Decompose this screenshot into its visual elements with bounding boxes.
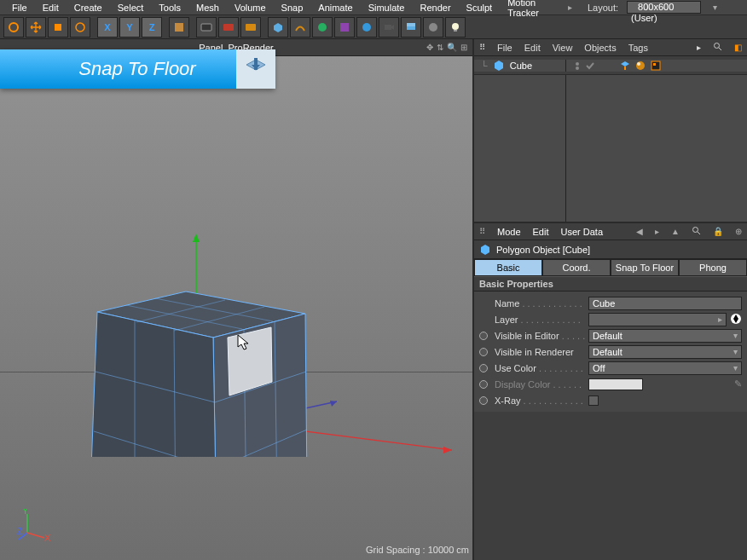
tool-rotate[interactable] bbox=[70, 17, 90, 38]
tool-primitive[interactable] bbox=[268, 17, 288, 38]
tool-axis-x[interactable]: X bbox=[97, 17, 118, 38]
svg-rect-5 bbox=[175, 23, 183, 32]
obj-menu-objects[interactable]: Objects bbox=[584, 43, 616, 53]
tooltip-label: Snap To Floor bbox=[78, 58, 195, 80]
object-tree-item-cube[interactable]: └ Cube bbox=[474, 60, 566, 72]
svg-rect-13 bbox=[407, 26, 415, 30]
svg-rect-12 bbox=[385, 25, 391, 30]
prop-xray-checkbox[interactable] bbox=[588, 395, 599, 406]
obj-filter-icon[interactable]: ◧ bbox=[734, 43, 742, 52]
menu-sculpt[interactable]: Sculpt bbox=[460, 1, 500, 14]
search-icon[interactable] bbox=[728, 2, 742, 14]
menu-render[interactable]: Render bbox=[413, 1, 457, 14]
layout-dropdown[interactable]: 800x600 (User) bbox=[627, 1, 701, 14]
view-nav-icon-4[interactable]: ⊞ bbox=[460, 43, 467, 52]
menu-motion-tracker[interactable]: Motion Tracker bbox=[501, 0, 558, 20]
menu-snap[interactable]: Snap bbox=[275, 1, 310, 14]
tool-spline[interactable] bbox=[290, 17, 310, 38]
obj-menu-tags[interactable]: Tags bbox=[628, 43, 648, 53]
attr-menu-userdata[interactable]: User Data bbox=[561, 227, 604, 237]
view-nav-icon-1[interactable]: ✥ bbox=[426, 43, 433, 52]
prop-use-color-radio[interactable] bbox=[479, 364, 488, 372]
tool-camera[interactable] bbox=[379, 17, 399, 38]
menu-simulate[interactable]: Simulate bbox=[362, 1, 412, 14]
attr-menu-mode[interactable]: Mode bbox=[497, 227, 521, 237]
svg-rect-6 bbox=[201, 24, 211, 31]
prop-vis-editor-dropdown[interactable]: Default▾ bbox=[588, 329, 742, 343]
prop-name-input[interactable] bbox=[588, 297, 742, 310]
tool-scale[interactable] bbox=[48, 17, 68, 38]
obj-menu-view[interactable]: View bbox=[553, 43, 573, 53]
prop-vis-render-dropdown[interactable]: Default▾ bbox=[588, 345, 742, 359]
visibility-dot-icon[interactable] bbox=[573, 61, 582, 70]
menu-animate[interactable]: Animate bbox=[311, 1, 359, 14]
tool-bulb[interactable] bbox=[445, 17, 466, 38]
prop-xray-radio[interactable] bbox=[479, 396, 488, 405]
menu-file[interactable]: File bbox=[5, 1, 34, 14]
obj-panel-grip-icon[interactable]: ⠿ bbox=[479, 43, 485, 52]
svg-point-47 bbox=[715, 43, 720, 49]
prop-vis-render-label: Visible in Renderer bbox=[495, 347, 585, 357]
svg-rect-17 bbox=[454, 30, 457, 32]
snap-tag-icon[interactable] bbox=[619, 60, 631, 72]
svg-rect-7 bbox=[223, 24, 234, 31]
view-nav-icon-2[interactable]: ⇅ bbox=[437, 43, 443, 52]
tool-environment[interactable] bbox=[356, 17, 377, 38]
prop-layer-label: Layer bbox=[495, 315, 585, 325]
menu-create[interactable]: Create bbox=[67, 1, 109, 14]
cube-object[interactable] bbox=[51, 167, 341, 457]
attr-lock-icon[interactable]: 🔒 bbox=[713, 227, 723, 236]
attr-menu-edit[interactable]: Edit bbox=[533, 227, 549, 237]
tab-basic[interactable]: Basic bbox=[474, 259, 542, 276]
tool-axis-y[interactable]: Y bbox=[119, 17, 140, 38]
check-icon[interactable] bbox=[585, 61, 595, 71]
svg-line-56 bbox=[698, 232, 700, 234]
attr-nav-fwd-icon[interactable]: ▸ bbox=[655, 227, 659, 236]
tool-light[interactable] bbox=[401, 17, 421, 38]
attr-panel-grip-icon[interactable]: ⠿ bbox=[479, 227, 485, 236]
tool-render-settings[interactable] bbox=[240, 17, 261, 38]
obj-search-icon[interactable] bbox=[713, 42, 722, 53]
phong-tag-icon[interactable] bbox=[634, 60, 646, 72]
layer-picker-icon[interactable] bbox=[730, 313, 742, 326]
tool-render-region[interactable] bbox=[218, 17, 239, 38]
svg-point-55 bbox=[693, 228, 698, 233]
attr-search-icon[interactable] bbox=[692, 226, 701, 237]
3d-viewport[interactable]: Y X Z bbox=[0, 56, 472, 560]
svg-rect-3 bbox=[55, 24, 61, 31]
attr-nav-up-icon[interactable]: ▲ bbox=[671, 227, 680, 236]
tag-icon[interactable] bbox=[650, 60, 662, 72]
tool-axis-z[interactable]: Z bbox=[142, 17, 162, 38]
view-nav-icon-3[interactable]: 🔍 bbox=[447, 43, 457, 52]
attribute-manager: ⠿ Mode Edit User Data ◀ ▸ ▲ 🔒 ⊕ Polygon … bbox=[474, 223, 747, 560]
prop-vis-render-radio[interactable] bbox=[479, 348, 488, 356]
menu-edit[interactable]: Edit bbox=[36, 1, 66, 14]
tool-tag[interactable] bbox=[423, 17, 443, 38]
menu-tools[interactable]: Tools bbox=[152, 1, 188, 14]
prop-layer-dropdown[interactable]: ▸ bbox=[588, 313, 727, 326]
layout-dropdown-arrow-icon[interactable]: ▾ bbox=[708, 2, 721, 14]
tool-move[interactable] bbox=[26, 17, 46, 38]
obj-menu-more-icon[interactable]: ▸ bbox=[697, 43, 701, 52]
attr-new-icon[interactable]: ⊕ bbox=[735, 227, 742, 236]
obj-menu-edit[interactable]: Edit bbox=[524, 43, 541, 53]
tab-snap-to-floor[interactable]: Snap To Floor bbox=[611, 259, 679, 276]
menu-mesh[interactable]: Mesh bbox=[189, 1, 226, 14]
obj-menu-file[interactable]: File bbox=[497, 43, 512, 53]
svg-point-11 bbox=[362, 23, 371, 32]
tab-coord[interactable]: Coord. bbox=[542, 259, 611, 276]
tool-generator[interactable] bbox=[312, 17, 333, 38]
tab-phong[interactable]: Phong bbox=[679, 259, 747, 276]
menu-select[interactable]: Select bbox=[111, 1, 151, 14]
tool-deformer[interactable] bbox=[334, 17, 355, 38]
svg-point-2 bbox=[9, 23, 18, 32]
menu-volume[interactable]: Volume bbox=[228, 1, 273, 14]
tool-coord-system[interactable] bbox=[169, 17, 189, 38]
tool-render[interactable] bbox=[196, 17, 217, 38]
prop-use-color-dropdown[interactable]: Off▾ bbox=[588, 361, 742, 375]
prop-vis-editor-radio[interactable] bbox=[479, 332, 488, 340]
tool-live-select[interactable] bbox=[3, 17, 24, 38]
layout-expand-icon[interactable]: ▸ bbox=[561, 1, 579, 14]
svg-marker-27 bbox=[90, 312, 217, 457]
attr-nav-back-icon[interactable]: ◀ bbox=[636, 227, 643, 236]
